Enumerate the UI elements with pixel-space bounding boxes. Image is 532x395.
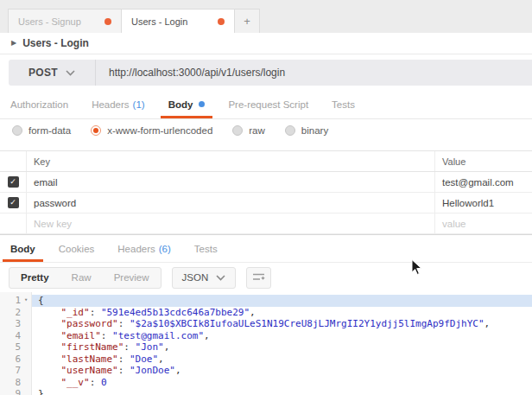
wrap-text-icon: [252, 272, 265, 283]
response-tabs: Body Cookies Headers (6) Tests: [0, 234, 532, 263]
view-mode-group: Pretty Raw Preview: [9, 267, 162, 289]
tab-label: Tests: [332, 99, 355, 110]
body-has-content-dot-icon: [199, 101, 205, 107]
tab-users-signup[interactable]: Users - Signup: [8, 9, 121, 33]
key-input[interactable]: password: [26, 193, 434, 213]
url-bar: POST http://localhost:3000/api/v1/users/…: [9, 60, 532, 86]
radio-binary[interactable]: binary: [285, 125, 328, 136]
radio-label: x-www-form-urlencoded: [107, 125, 212, 136]
tab-authorization[interactable]: Authorization: [10, 90, 68, 118]
radio-x-www-form-urlencoded[interactable]: x-www-form-urlencoded: [91, 125, 212, 136]
code-line: "password": "$2a$10$XBCIk8IufoaULeS1N19C…: [32, 318, 532, 330]
tab-label: Pre-request Script: [228, 99, 308, 110]
key-input[interactable]: email: [26, 172, 434, 192]
tab-label: Body: [168, 99, 193, 110]
pretty-button[interactable]: Pretty: [10, 272, 60, 283]
request-title: Users - Login: [22, 37, 89, 49]
radio-selected-icon: [91, 125, 101, 136]
value-column-header: Value: [434, 151, 532, 171]
line-number: 4: [0, 330, 31, 342]
line-number[interactable]: 1▾: [0, 295, 31, 307]
radio-label: binary: [301, 125, 328, 136]
tab-tests[interactable]: Tests: [332, 90, 355, 118]
tab-label: Cookies: [59, 244, 95, 254]
preview-button[interactable]: Preview: [103, 272, 161, 283]
row-checkbox-empty: [0, 213, 26, 233]
line-number: 9: [0, 388, 31, 395]
response-tab-body[interactable]: Body: [10, 235, 35, 262]
code-line: "lastName": "Doe",: [32, 354, 532, 366]
request-subtabs: Authorization Headers (1) Body Pre-reque…: [0, 90, 532, 119]
response-tab-headers[interactable]: Headers (6): [117, 235, 171, 262]
line-number: 6: [0, 354, 31, 366]
radio-icon: [232, 125, 243, 136]
new-value-input[interactable]: value: [434, 213, 532, 233]
plus-icon: +: [244, 15, 250, 28]
new-key-input[interactable]: New key: [26, 213, 434, 233]
checkbox-checked-icon: ✓: [8, 176, 19, 188]
chevron-down-icon: [66, 70, 75, 76]
value-input[interactable]: Helloworld1: [434, 193, 532, 213]
code-line: "userName": "JonDoe",: [32, 365, 532, 377]
tab-label: Users - Signup: [18, 16, 81, 27]
tab-label: Authorization: [10, 99, 68, 110]
url-section: POST http://localhost:3000/api/v1/users/…: [0, 54, 532, 90]
collapse-caret-icon[interactable]: ▶: [11, 40, 16, 47]
line-number: 8: [0, 377, 31, 389]
table-row: ✓ email test@gmail.com: [0, 172, 532, 193]
tab-label: Body: [10, 244, 35, 254]
row-checkbox[interactable]: ✓: [0, 193, 26, 213]
spacer: [0, 142, 532, 150]
unsaved-dot-icon: [104, 18, 111, 25]
tab-label: Headers: [117, 244, 155, 254]
table-new-row: New key value: [0, 213, 532, 234]
response-tab-cookies[interactable]: Cookies: [59, 235, 95, 262]
code-line: "__v": 0: [32, 377, 532, 389]
headers-count-badge: (6): [159, 244, 171, 254]
line-number: 3: [0, 318, 31, 330]
code-line: "email": "test@gmail.com",: [32, 330, 532, 342]
row-checkbox[interactable]: ✓: [0, 172, 26, 192]
chevron-down-icon: [216, 275, 225, 281]
code-gutter: 1▾23456789: [0, 292, 32, 395]
response-body-viewer: 1▾23456789 { "_id": "591e4ed5b13cdc646a7…: [0, 292, 532, 395]
table-header-row: Key Value: [0, 151, 532, 172]
radio-raw[interactable]: raw: [232, 125, 265, 136]
code-line: }: [32, 388, 532, 395]
request-tab-bar: Users - Signup Users - Login +: [0, 0, 532, 33]
radio-icon: [285, 125, 295, 136]
body-mode-selector: form-data x-www-form-urlencoded raw bina…: [0, 119, 532, 142]
raw-button[interactable]: Raw: [60, 272, 103, 283]
request-title-row[interactable]: ▶ Users - Login: [0, 33, 532, 54]
url-input[interactable]: http://localhost:3000/api/v1/users/login: [96, 60, 285, 86]
line-number: 7: [0, 365, 31, 377]
method-label: POST: [28, 67, 58, 79]
wrap-text-button[interactable]: [246, 267, 271, 289]
code-lines[interactable]: { "_id": "591e4ed5b13cdc646a7bbe29", "pa…: [32, 292, 532, 395]
format-dropdown[interactable]: JSON: [172, 267, 237, 289]
headers-count-badge: (1): [133, 99, 145, 110]
tab-label: Tests: [194, 244, 218, 254]
response-toolbar: Pretty Raw Preview JSON: [0, 263, 532, 292]
value-input[interactable]: test@gmail.com: [434, 172, 532, 192]
method-dropdown[interactable]: POST: [9, 60, 96, 86]
response-tab-tests[interactable]: Tests: [194, 235, 218, 262]
line-number: 2: [0, 307, 31, 319]
tab-body[interactable]: Body: [168, 90, 206, 118]
postman-window: Users - Signup Users - Login + ▶ Users -…: [0, 0, 532, 395]
unsaved-dot-icon: [218, 18, 225, 25]
tab-label: Headers: [92, 99, 129, 110]
code-line: {: [32, 295, 532, 307]
fold-arrow-icon[interactable]: ▾: [21, 295, 31, 307]
tab-headers[interactable]: Headers (1): [92, 90, 145, 118]
params-table: Key Value ✓ email test@gmail.com ✓ passw…: [0, 150, 532, 234]
select-column-header: [0, 151, 26, 171]
radio-form-data[interactable]: form-data: [12, 125, 71, 136]
radio-label: raw: [249, 125, 265, 136]
code-line: "_id": "591e4ed5b13cdc646a7bbe29",: [32, 307, 532, 319]
tab-pre-request-script[interactable]: Pre-request Script: [228, 90, 308, 118]
new-tab-button[interactable]: +: [235, 9, 260, 33]
checkbox-checked-icon: ✓: [8, 197, 19, 208]
tab-label: Users - Login: [131, 16, 187, 27]
tab-users-login[interactable]: Users - Login: [121, 9, 235, 33]
